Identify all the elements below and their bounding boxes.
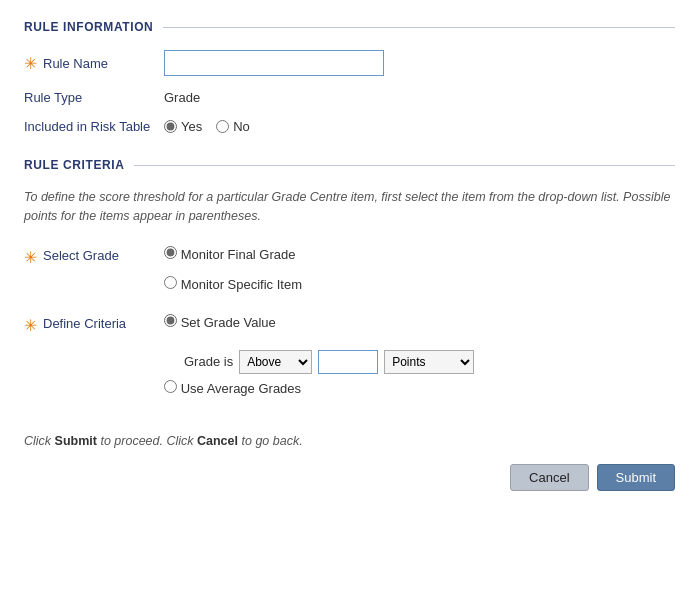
rule-type-row: Rule Type Grade [24, 90, 675, 105]
grade-is-label: Grade is [184, 354, 233, 369]
rule-type-value: Grade [164, 90, 200, 105]
footer-to-proceed-text: to proceed. Click [100, 434, 197, 448]
rule-info-header: RULE INFORMATION [24, 20, 675, 34]
set-grade-value-label: Set Grade Value [181, 315, 276, 330]
rule-criteria-header: RULE CRITERIA [24, 158, 675, 172]
grade-condition-select[interactable]: Above Below Equal to [239, 350, 312, 374]
footer-text: Click Submit to proceed. Click Cancel to… [24, 434, 675, 448]
monitor-specific-item-radio[interactable] [164, 276, 177, 289]
rule-name-label-container: ✳ Rule Name [24, 54, 164, 73]
footer-click-text: Click [24, 434, 51, 448]
included-in-risk-table-row: Included in Risk Table Yes No [24, 119, 675, 134]
monitor-specific-item-option[interactable]: Monitor Specific Item [164, 276, 302, 292]
use-average-grades-label: Use Average Grades [181, 381, 301, 396]
rule-information-section: RULE INFORMATION ✳ Rule Name Rule Type G… [24, 20, 675, 134]
monitor-final-grade-label: Monitor Final Grade [181, 247, 296, 262]
risk-table-yes-label: Yes [181, 119, 202, 134]
use-average-grades-radio[interactable] [164, 380, 177, 393]
grade-unit-select[interactable]: Points Percentage [384, 350, 474, 374]
rule-type-label: Rule Type [24, 90, 82, 105]
rule-name-row: ✳ Rule Name [24, 50, 675, 76]
risk-table-yes-radio[interactable] [164, 120, 177, 133]
monitor-final-grade-option[interactable]: Monitor Final Grade [164, 246, 302, 262]
footer-submit-bold: Submit [55, 434, 97, 448]
grade-value-input[interactable] [318, 350, 378, 374]
footer-cancel-bold: Cancel [197, 434, 238, 448]
button-row: Cancel Submit [24, 464, 675, 491]
rule-name-input[interactable] [164, 50, 384, 76]
set-grade-value-radio[interactable] [164, 314, 177, 327]
criteria-description: To define the score threshold for a part… [24, 188, 675, 226]
rule-criteria-title: RULE CRITERIA [24, 158, 134, 172]
define-criteria-label-container: ✳ Define Criteria [24, 314, 164, 335]
select-grade-label-container: ✳ Select Grade [24, 246, 164, 267]
select-grade-required-star: ✳ [24, 248, 37, 267]
submit-button[interactable]: Submit [597, 464, 675, 491]
define-criteria-options: Set Grade Value Grade is Above Below Equ… [164, 314, 474, 404]
rule-name-label: Rule Name [43, 56, 108, 71]
rule-criteria-divider [134, 165, 675, 166]
risk-table-radio-group: Yes No [164, 119, 264, 134]
monitor-final-grade-radio[interactable] [164, 246, 177, 259]
monitor-specific-item-label: Monitor Specific Item [181, 277, 302, 292]
define-criteria-row: ✳ Define Criteria Set Grade Value Grade … [24, 314, 675, 404]
risk-table-label-container: Included in Risk Table [24, 119, 164, 134]
grade-is-row: Grade is Above Below Equal to Points Per… [184, 350, 474, 374]
select-grade-label: Select Grade [43, 248, 119, 263]
rule-info-title: RULE INFORMATION [24, 20, 163, 34]
select-grade-options: Monitor Final Grade Monitor Specific Ite… [164, 246, 316, 300]
rule-type-label-container: Rule Type [24, 90, 164, 105]
select-grade-row: ✳ Select Grade Monitor Final Grade Monit… [24, 246, 675, 300]
risk-table-no-option[interactable]: No [216, 119, 250, 134]
define-criteria-required-star: ✳ [24, 316, 37, 335]
cancel-button[interactable]: Cancel [510, 464, 588, 491]
risk-table-yes-option[interactable]: Yes [164, 119, 202, 134]
rule-criteria-section: RULE CRITERIA To define the score thresh… [24, 158, 675, 404]
rule-name-required-star: ✳ [24, 54, 37, 73]
set-grade-value-option[interactable]: Set Grade Value [164, 314, 460, 330]
rule-info-divider [163, 27, 675, 28]
use-average-grades-option[interactable]: Use Average Grades [164, 380, 460, 396]
risk-table-label: Included in Risk Table [24, 119, 150, 134]
risk-table-no-label: No [233, 119, 250, 134]
define-criteria-label: Define Criteria [43, 316, 126, 331]
footer-to-go-back-text: to go back. [241, 434, 302, 448]
risk-table-no-radio[interactable] [216, 120, 229, 133]
